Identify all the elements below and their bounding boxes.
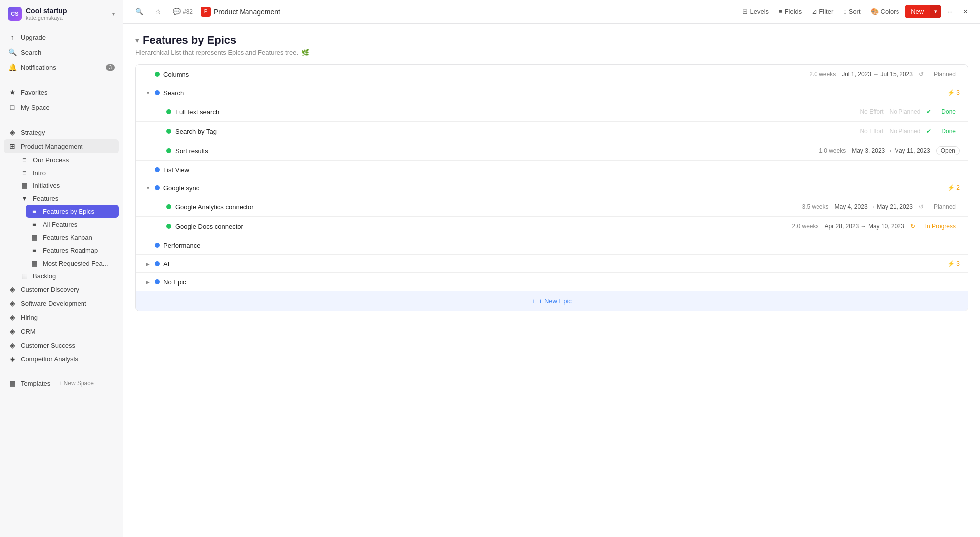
crm-icon: ◈ (8, 327, 17, 336)
sidebar-item-templates[interactable]: ▦ Templates + New Space (4, 376, 119, 390)
sidebar-item-competitor-analysis[interactable]: ◈ Competitor Analysis (4, 352, 119, 366)
colors-button[interactable]: 🎨 Colors (867, 5, 903, 18)
sidebar-item-notifications[interactable]: 🔔 Notifications 3 (4, 60, 119, 75)
sidebar-item-backlog[interactable]: ▦ Backlog (16, 269, 119, 282)
sidebar-item-product-management[interactable]: ⊞ Product Management (4, 139, 119, 153)
search-button[interactable]: 🔍 (131, 5, 147, 18)
myspace-icon: □ (8, 103, 17, 112)
no-planned: No Planned (890, 128, 921, 135)
sidebar-item-features-roadmap[interactable]: ≡ Features Roadmap (26, 244, 119, 257)
page-title: ▾ Features by Epics (135, 34, 968, 47)
epic-meta: No Effort No Planned ✔ Done (860, 107, 960, 116)
sidebar-item-strategy[interactable]: ◈ Strategy (4, 125, 119, 139)
sidebar-item-customer-success[interactable]: ◈ Customer Success (4, 338, 119, 352)
sort-button[interactable]: ↕ Sort (839, 5, 864, 18)
row-toggle (156, 222, 163, 230)
sidebar-item-search[interactable]: 🔍 Search (4, 45, 119, 60)
row-toggle[interactable]: ▾ (144, 184, 152, 192)
table-row[interactable]: ▶ No Epic (136, 273, 968, 291)
status-dot (166, 224, 171, 229)
workspace-name: Cool startup (26, 7, 67, 15)
sidebar-item-label: Hiring (21, 314, 38, 321)
workspace-info: Cool startup kate.gemskaya (26, 7, 67, 21)
subtitle-emoji: 🌿 (301, 49, 309, 56)
comment-button[interactable]: 💬 #82 (169, 5, 197, 18)
weeks-label: 2.0 weeks (809, 71, 836, 78)
product-name: Product Management (214, 8, 280, 16)
sidebar-item-label: Backlog (33, 272, 56, 280)
star-button[interactable]: ☆ (151, 5, 165, 18)
table-row[interactable]: Performance (136, 236, 968, 255)
software-dev-icon: ◈ (8, 299, 17, 308)
new-epic-button[interactable]: + + New Epic (136, 291, 968, 311)
sidebar-item-label: Customer Success (21, 342, 75, 349)
table-row[interactable]: ▶ AI ⚡ 3 (136, 255, 968, 273)
collapse-icon[interactable]: ▾ (135, 36, 139, 44)
features-kanban-icon: ▦ (30, 233, 39, 242)
sidebar-item-features-by-epics[interactable]: ≡ Features by Epics (26, 205, 119, 218)
sidebar-item-features-kanban[interactable]: ▦ Features Kanban (26, 231, 119, 244)
sidebar-item-crm[interactable]: ◈ CRM (4, 324, 119, 338)
search-icon: 🔍 (8, 48, 17, 57)
sidebar-item-label: Features (33, 195, 58, 202)
row-toggle[interactable]: ▶ (144, 260, 152, 268)
sidebar-item-all-features[interactable]: ≡ All Features (26, 218, 119, 231)
row-toggle[interactable]: ▾ (144, 89, 152, 97)
filter-button[interactable]: ⊿ Filter (808, 5, 837, 18)
new-button-group: New ▾ (905, 5, 941, 18)
sidebar-item-label: Product Management (21, 143, 82, 150)
new-button-dropdown[interactable]: ▾ (930, 5, 941, 18)
new-space-label[interactable]: + New Space (58, 380, 94, 387)
toolbar-left: 🔍 ☆ 💬 #82 P Product Management (131, 5, 280, 18)
sidebar-item-features[interactable]: ▾ Features (16, 192, 119, 205)
table-row[interactable]: Sort results 1.0 weeks May 3, 2023 → May… (136, 141, 968, 161)
status-icon: ↻ (910, 223, 915, 230)
sidebar-item-label: Strategy (21, 129, 45, 136)
weeks-label: 3.5 weeks (802, 203, 828, 210)
levels-button[interactable]: ⊟ Levels (738, 5, 773, 18)
sidebar-item-my-space[interactable]: □ My Space (4, 100, 119, 115)
table-row[interactable]: Google Docs connector 2.0 weeks Apr 28, … (136, 217, 968, 236)
status-badge: Open (936, 146, 960, 155)
page-subtitle: Hierarchical List that represents Epics … (135, 49, 968, 56)
sidebar-item-intro[interactable]: ≡ Intro (16, 166, 119, 179)
row-toggle (144, 166, 152, 174)
table-row[interactable]: Columns 2.0 weeks Jul 1, 2023 → Jul 15, … (136, 65, 968, 84)
sidebar-item-initiatives[interactable]: ▦ Initiatives (16, 179, 119, 192)
sidebar-item-our-process[interactable]: ≡ Our Process (16, 153, 119, 166)
date-range: May 3, 2023 → May 11, 2023 (852, 147, 930, 154)
bottom-nav: ▦ Templates + New Space (0, 374, 123, 392)
row-toggle (156, 108, 163, 116)
new-button[interactable]: New (905, 5, 930, 18)
table-row[interactable]: Full text search No Effort No Planned ✔ … (136, 102, 968, 122)
sidebar-item-most-requested[interactable]: ▦ Most Requested Fea... (26, 257, 119, 269)
workspace-header[interactable]: CS Cool startup kate.gemskaya ▾ (0, 0, 123, 28)
status-badge: In Progress (921, 222, 960, 231)
epic-name: Full text search (175, 108, 860, 116)
close-button[interactable]: ✕ (959, 5, 972, 18)
sidebar-item-label: Initiatives (33, 182, 60, 189)
table-row[interactable]: ▾ Search ⚡ 3 (136, 84, 968, 102)
more-button[interactable]: ··· (943, 5, 957, 18)
sidebar-item-hiring[interactable]: ◈ Hiring (4, 310, 119, 324)
sidebar-item-favorites[interactable]: ★ Favorites (4, 85, 119, 100)
table-row[interactable]: ▾ Google sync ⚡ 2 (136, 179, 968, 197)
sidebar-item-customer-discovery[interactable]: ◈ Customer Discovery (4, 282, 119, 296)
sidebar-item-upgrade[interactable]: ↑ Upgrade (4, 30, 119, 45)
table-row[interactable]: Google Analytics connector 3.5 weeks May… (136, 197, 968, 217)
status-badge: Done (937, 107, 960, 116)
table-row[interactable]: Search by Tag No Effort No Planned ✔ Don… (136, 122, 968, 141)
sidebar-divider-3 (8, 371, 115, 371)
epic-meta: ⚡ 3 (947, 260, 960, 267)
our-process-icon: ≡ (20, 155, 29, 164)
star-icon: ★ (8, 88, 17, 97)
epic-name: Google Docs connector (175, 223, 792, 230)
product-icon: P (201, 7, 211, 17)
fields-button[interactable]: ≡ Fields (775, 5, 806, 18)
status-icon: ↺ (919, 71, 924, 78)
row-toggle[interactable]: ▶ (144, 278, 152, 286)
sort-label: Sort (849, 8, 861, 15)
table-row[interactable]: List View (136, 161, 968, 179)
sidebar-item-software-development[interactable]: ◈ Software Development (4, 296, 119, 310)
filter-icon: ⊿ (812, 8, 817, 15)
